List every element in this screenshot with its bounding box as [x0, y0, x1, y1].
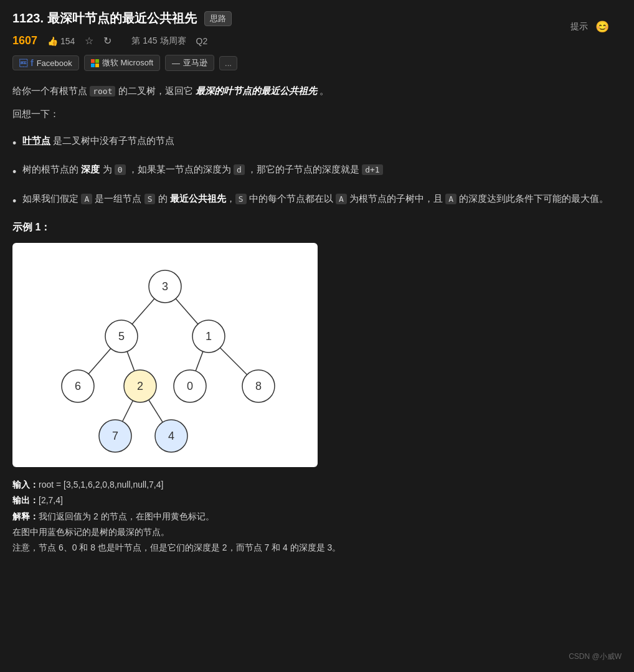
code-A2: A: [336, 194, 347, 204]
smile-icon[interactable]: 😊: [595, 20, 609, 34]
code-d: d: [234, 164, 245, 175]
contest-label[interactable]: 第 145 场周赛: [131, 35, 186, 47]
input-line: 输入：root = [3,5,1,6,2,0,8,null,null,7,4]: [12, 477, 622, 493]
svg-text:4: 4: [168, 430, 174, 442]
code-A3: A: [445, 194, 457, 204]
code-root: root: [90, 86, 115, 97]
view-count: 1607: [12, 34, 37, 47]
bullet-dot-1: •: [12, 133, 16, 153]
input-value: root = [3,5,1,6,2,0,8,null,null,7,4]: [39, 480, 163, 490]
amazon-label: 亚马逊: [183, 57, 207, 69]
tree-diagram: 3 5 1 6 2 0 8 7 4: [12, 243, 318, 467]
tree-svg: 3 5 1 6 2 0 8 7 4: [25, 255, 305, 455]
tag-amazon[interactable]: — 亚马逊: [165, 55, 214, 71]
recall-line: 回想一下：: [12, 105, 622, 122]
hint-label[interactable]: 提示: [570, 21, 588, 32]
description-area: 给你一个有根节点 root 的二叉树，返回它 最深的叶节点的最近公共祖先 。 回…: [12, 82, 622, 122]
output-label: 输出：: [12, 495, 39, 505]
thumbs-up-icon: 👍: [47, 36, 58, 46]
output-line: 输出：[2,7,4]: [12, 493, 622, 508]
svg-text:7: 7: [112, 430, 118, 442]
microsoft-label: 微软 Microsoft: [102, 57, 153, 69]
code-0: 0: [115, 164, 126, 175]
bullet-item-2: • 树的根节点的 深度 为 0 ，如果某一节点的深度为 d ，那它的子节点的深度…: [12, 161, 622, 182]
bullet-item-3: • 如果我们假定 A 是一组节点 S 的 最近公共祖先，S 中的每个节点都在以 …: [12, 190, 622, 211]
difficulty-label: Q2: [196, 36, 208, 46]
facebook-icon: : [19, 59, 27, 68]
facebook-label: Facebook: [37, 59, 72, 68]
likes-area[interactable]: 👍 154: [47, 36, 75, 46]
fb-letter: f: [31, 58, 34, 68]
title-row: 1123. 最深叶节点的最近公共祖先 思路: [12, 10, 622, 27]
code-S1: S: [144, 194, 156, 204]
bold-desc: 最深的叶节点的最近公共祖先: [196, 85, 317, 96]
stats-row: 1607 👍 154 ☆ ↻ 第 145 场周赛 Q2: [12, 34, 622, 47]
code-A1: A: [81, 194, 92, 204]
refresh-icon[interactable]: ↻: [103, 35, 111, 47]
svg-text:6: 6: [75, 380, 81, 392]
svg-text:1: 1: [206, 330, 212, 343]
footer-credit: CSDN @小威W: [569, 651, 622, 662]
likes-count: 154: [60, 36, 75, 46]
explain-text: 我们返回值为 2 的节点，在图中用黄色标记。: [39, 511, 214, 521]
output-value: [2,7,4]: [39, 495, 63, 505]
bullet-dot-3: •: [12, 191, 16, 211]
svg-text:5: 5: [118, 330, 125, 343]
bullet-text-3: 如果我们假定 A 是一组节点 S 的 最近公共祖先，S 中的每个节点都在以 A …: [22, 190, 608, 207]
tag-microsoft[interactable]: 微软 Microsoft: [84, 55, 160, 71]
code-S2: S: [235, 194, 247, 204]
svg-text:0: 0: [187, 380, 193, 392]
explain-line3: 注意，节点 6、0 和 8 也是叶节点，但是它们的深度是 2，而节点 7 和 4…: [12, 540, 622, 556]
star-icon[interactable]: ☆: [85, 35, 93, 47]
example-title: 示例 1：: [12, 221, 622, 234]
tags-row:  f Facebook 微软 Microsoft — 亚马逊 ...: [12, 55, 622, 71]
svg-text:8: 8: [255, 380, 262, 392]
bullet-dot-2: •: [12, 162, 16, 182]
bullet-text-1: 叶节点 是二叉树中没有子节点的节点: [22, 132, 174, 149]
example-io: 输入：root = [3,5,1,6,2,0,8,null,null,7,4] …: [12, 477, 622, 556]
amz-dash: —: [172, 59, 180, 68]
explain-line1: 解释：我们返回值为 2 的节点，在图中用黄色标记。: [12, 509, 622, 524]
code-d1: d+1: [362, 164, 382, 175]
bullet-text-2: 树的根节点的 深度 为 0 ，如果某一节点的深度为 d ，那它的子节点的深度就是…: [22, 161, 382, 177]
ms-icon: [91, 59, 99, 67]
page-title: 1123. 最深叶节点的最近公共祖先: [12, 10, 197, 27]
badge-silu[interactable]: 思路: [204, 11, 232, 26]
bullet-item-1: • 叶节点 是二叉树中没有子节点的节点: [12, 132, 622, 153]
desc-line1: 给你一个有根节点 root 的二叉树，返回它 最深的叶节点的最近公共祖先 。: [12, 82, 622, 99]
more-tags-button[interactable]: ...: [219, 56, 237, 70]
explain-label: 解释：: [12, 511, 39, 521]
bullet-list: • 叶节点 是二叉树中没有子节点的节点 • 树的根节点的 深度 为 0 ，如果某…: [12, 132, 622, 211]
input-label: 输入：: [12, 480, 39, 490]
explain-line2: 在图中用蓝色标记的是树的最深的节点。: [12, 524, 622, 540]
svg-text:3: 3: [162, 280, 168, 293]
svg-text:2: 2: [137, 380, 143, 392]
tag-facebook[interactable]:  f Facebook: [12, 55, 79, 70]
